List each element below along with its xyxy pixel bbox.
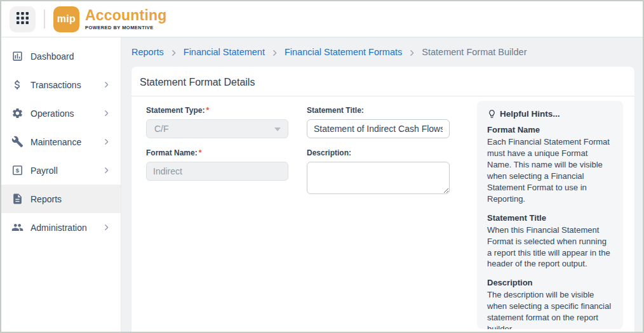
app-title-block: Accounting POWERED BY MOMENTIVE — [85, 8, 167, 30]
people-icon — [11, 221, 23, 233]
format-name-input — [146, 162, 288, 181]
statement-format-details-card: Statement Format Details Statement Type:… — [131, 67, 634, 332]
chevron-right-icon — [170, 49, 178, 57]
sidebar-item-label: Maintenance — [30, 137, 102, 147]
breadcrumb: Reports Financial Statement Financial St… — [131, 47, 634, 57]
sidebar-item-operations[interactable]: Operations — [1, 99, 121, 127]
statement-type-select: C/F — [146, 119, 288, 138]
lightbulb-icon — [487, 109, 497, 119]
hint-heading: Format Name — [487, 125, 613, 134]
app-launcher-button[interactable] — [10, 6, 36, 32]
breadcrumb-current: Statement Format Builder — [422, 47, 527, 57]
chevron-right-icon — [102, 109, 111, 117]
payroll-icon: $ — [11, 164, 23, 176]
wrench-icon — [11, 136, 23, 148]
hint-heading: Description — [487, 278, 613, 287]
hint-section-description: Description The description will be visi… — [487, 278, 613, 329]
app-title: Accounting — [85, 8, 167, 23]
hint-body: When this Financial Statement Format is … — [487, 225, 613, 270]
caret-down-icon — [274, 127, 281, 131]
breadcrumb-link-financial-statement-formats[interactable]: Financial Statement Formats — [285, 47, 402, 57]
statement-title-label: Statement Title: — [307, 106, 450, 115]
chevron-right-icon — [102, 81, 111, 89]
hint-body: Each Financial Statement Format must hav… — [487, 136, 613, 205]
chevron-right-icon — [102, 223, 111, 232]
sidebar-item-label: Transactions — [30, 80, 102, 90]
sidebar-item-payroll[interactable]: $ Payroll — [1, 156, 121, 185]
card-title: Statement Format Details — [131, 67, 634, 96]
grid-icon — [17, 12, 29, 26]
statement-type-label: Statement Type:* — [146, 106, 288, 115]
helpful-hints-panel: Helpful Hints... Format Name Each Financ… — [477, 101, 623, 329]
sidebar-item-maintenance[interactable]: Maintenance — [1, 127, 121, 156]
header-divider — [44, 10, 45, 29]
statement-title-input[interactable] — [307, 119, 450, 138]
breadcrumb-link-reports[interactable]: Reports — [131, 47, 164, 57]
chevron-right-icon — [102, 166, 111, 174]
breadcrumb-link-financial-statement[interactable]: Financial Statement — [184, 47, 265, 57]
chevron-right-icon — [102, 138, 111, 146]
format-name-label: Format Name:* — [146, 148, 288, 157]
sidebar-item-dashboard[interactable]: Dashboard — [1, 42, 121, 70]
sidebar-item-transactions[interactable]: Transactions — [1, 70, 121, 99]
hint-section-format-name: Format Name Each Financial Statement For… — [487, 125, 613, 205]
required-asterisk: * — [206, 106, 209, 115]
hint-body: The description will be visible when sel… — [487, 289, 613, 329]
sidebar-item-reports[interactable]: Reports — [1, 185, 121, 213]
dashboard-icon — [11, 50, 23, 62]
sidebar-nav: Dashboard Transactions Operations — [1, 37, 121, 332]
statement-type-value: C/F — [154, 124, 169, 134]
main-content: Reports Financial Statement Financial St… — [121, 37, 643, 332]
svg-text:$: $ — [16, 167, 20, 174]
chevron-right-icon — [408, 49, 416, 57]
sidebar-item-label: Dashboard — [30, 51, 111, 62]
description-textarea[interactable] — [307, 162, 450, 194]
hint-section-statement-title: Statement Title When this Financial Stat… — [487, 213, 613, 270]
sidebar-item-label: Payroll — [30, 166, 102, 176]
app-subtitle: POWERED BY MOMENTIVE — [85, 25, 167, 30]
helpful-hints-title: Helpful Hints... — [487, 109, 613, 119]
mip-logo: mip — [53, 6, 79, 32]
required-asterisk: * — [199, 148, 202, 157]
app-window: mip Accounting POWERED BY MOMENTIVE Dash… — [1, 1, 643, 332]
dollar-icon — [11, 79, 23, 91]
hint-heading: Statement Title — [487, 213, 613, 223]
sidebar-item-label: Reports — [30, 194, 111, 204]
chevron-right-icon — [271, 49, 279, 57]
app-header: mip Accounting POWERED BY MOMENTIVE — [1, 1, 643, 37]
description-label: Description: — [307, 148, 450, 157]
sidebar-item-administration[interactable]: Administration — [1, 213, 121, 242]
sidebar-item-label: Operations — [30, 108, 102, 119]
document-icon — [11, 193, 23, 205]
gear-icon — [11, 107, 23, 119]
sidebar-item-label: Administration — [30, 223, 102, 233]
